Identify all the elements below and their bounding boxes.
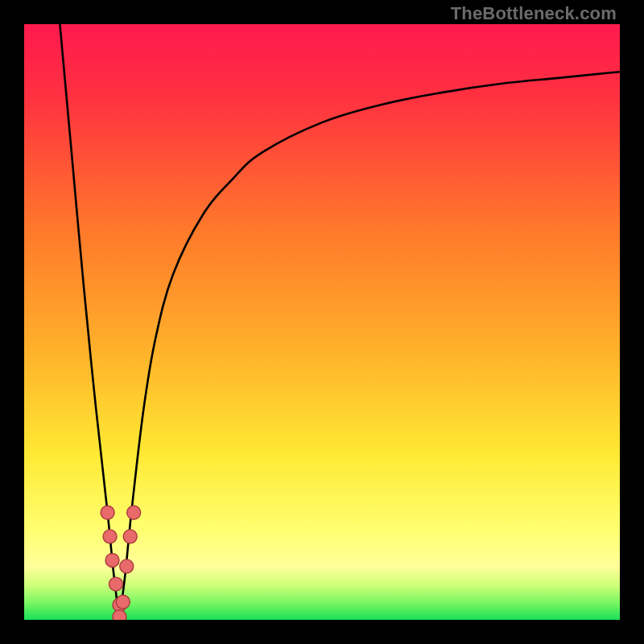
data-marker (105, 554, 119, 568)
curves-layer (24, 24, 620, 620)
data-marker (120, 559, 134, 573)
chart-frame: TheBottleneck.com (0, 0, 644, 644)
data-marker (116, 595, 130, 609)
data-marker (123, 530, 137, 543)
data-marker (113, 610, 126, 620)
data-marker (127, 506, 141, 519)
plot-area (24, 24, 620, 620)
data-marker (109, 577, 122, 591)
data-marker (103, 530, 117, 543)
data-marker (101, 506, 114, 519)
watermark-text: TheBottleneck.com (451, 3, 617, 24)
curve-right-branch (119, 72, 620, 620)
